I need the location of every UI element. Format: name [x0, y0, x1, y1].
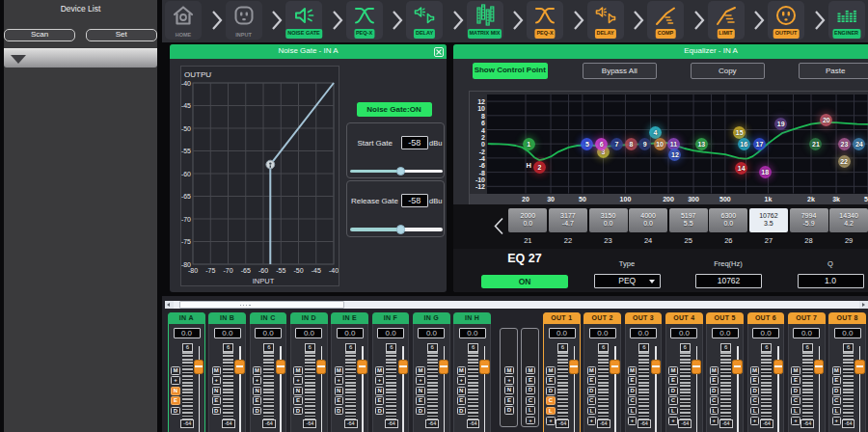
channel-button-m[interactable]: M	[668, 366, 677, 375]
channel-button-e[interactable]: E	[587, 376, 596, 385]
channel-button-e[interactable]: E	[710, 376, 719, 385]
fader-handle[interactable]	[610, 360, 620, 374]
toolbar-item-peq-x[interactable]: PEQ-X	[527, 1, 563, 40]
channel-button-plus[interactable]: +	[335, 376, 343, 385]
channel-button-m[interactable]: M	[293, 366, 302, 375]
channel-header[interactable]: OUT 7	[788, 312, 826, 324]
channel-button-d[interactable]: D	[750, 387, 759, 395]
eq-band-button-21[interactable]: 20000.0	[508, 208, 547, 232]
channel-button-e[interactable]: E	[668, 376, 677, 385]
band-scroll-left-button[interactable]	[493, 217, 504, 235]
channel-button-plus[interactable]: +	[832, 417, 841, 425]
channel-button-d[interactable]: D	[668, 387, 677, 395]
fader-handle[interactable]	[569, 360, 580, 374]
master-button-e[interactable]: E	[526, 376, 534, 385]
eq-band-button-23[interactable]: 31500.0	[589, 208, 628, 232]
channel-button-m[interactable]: M	[253, 366, 261, 375]
master-button-e[interactable]: E	[504, 396, 513, 405]
master-button-d[interactable]: D	[504, 406, 513, 415]
channel-button-plus[interactable]: +	[791, 417, 800, 425]
eq-control-point-7[interactable]: 7	[610, 138, 623, 150]
start-gate-value[interactable]: -58	[401, 136, 428, 149]
channel-button-m[interactable]: M	[628, 366, 637, 375]
channel-button-l[interactable]: L	[710, 407, 719, 416]
slider-thumb[interactable]	[396, 225, 406, 234]
slider-thumb[interactable]	[396, 167, 406, 176]
master-button-n[interactable]: N	[504, 386, 513, 394]
channel-button-d[interactable]: D	[546, 387, 555, 395]
channel-header[interactable]: IN D	[290, 312, 328, 324]
channel-button-n[interactable]: N	[457, 387, 466, 395]
channel-button-c[interactable]: C	[587, 396, 596, 405]
channel-button-d[interactable]: D	[710, 387, 719, 395]
mixer-horizontal-scrollbar[interactable]	[165, 301, 868, 309]
noise-gate-power-button[interactable]: Noise Gate:ON	[357, 102, 432, 117]
channel-button-d[interactable]: D	[457, 407, 466, 416]
channel-button-e[interactable]: E	[335, 396, 343, 405]
eq-control-point-4[interactable]: 4	[649, 126, 662, 139]
eq-band-button-24[interactable]: 40000.0	[629, 208, 667, 232]
channel-header[interactable]: OUT 6	[747, 312, 785, 324]
eq-control-point-8[interactable]: 8	[625, 138, 637, 150]
channel-button-n[interactable]: N	[212, 387, 221, 395]
channel-gain-value[interactable]: 0.0	[670, 328, 697, 338]
eq-control-point-5[interactable]: 5	[581, 138, 593, 150]
toolbar-item-delay[interactable]: DELAY	[587, 1, 624, 40]
channel-gain-value[interactable]: 0.0	[174, 328, 201, 338]
channel-button-n[interactable]: N	[171, 387, 179, 395]
eq-control-point-15[interactable]: 15	[733, 126, 746, 139]
channel-button-plus[interactable]: +	[253, 376, 261, 385]
channel-button-m[interactable]: M	[710, 366, 719, 375]
fader-handle[interactable]	[316, 360, 327, 374]
channel-button-d[interactable]: D	[375, 407, 384, 416]
channel-header[interactable]: IN C	[250, 312, 287, 324]
channel-button-m[interactable]: M	[212, 366, 221, 375]
fader-handle[interactable]	[439, 360, 449, 374]
channel-button-n[interactable]: N	[293, 387, 302, 395]
channel-button-d[interactable]: D	[587, 387, 596, 395]
channel-button-c[interactable]: C	[791, 396, 800, 405]
channel-button-c[interactable]: C	[710, 396, 719, 405]
channel-header[interactable]: OUT 1	[543, 312, 581, 324]
channel-gain-value[interactable]: 0.0	[295, 328, 322, 338]
channel-button-m[interactable]: M	[416, 366, 424, 375]
channel-header[interactable]: OUT 2	[583, 312, 621, 324]
channel-button-n[interactable]: N	[253, 387, 261, 395]
channel-button-l[interactable]: L	[791, 407, 800, 416]
channel-button-e[interactable]: E	[546, 376, 555, 385]
q-field[interactable]: 1.0	[798, 274, 864, 288]
channel-button-e[interactable]: E	[212, 396, 221, 405]
fader-handle[interactable]	[651, 360, 662, 374]
paste-button[interactable]: Paste	[799, 63, 868, 79]
channel-button-m[interactable]: M	[791, 366, 800, 375]
eq-band-button-27[interactable]: 107623.5	[749, 208, 788, 232]
channel-button-plus[interactable]: +	[293, 376, 302, 385]
channel-button-e[interactable]: E	[253, 396, 261, 405]
channel-button-e[interactable]: E	[628, 376, 637, 385]
channel-gain-value[interactable]: 0.0	[630, 328, 657, 338]
channel-button-plus[interactable]: +	[375, 376, 384, 385]
eq-control-point-19[interactable]: 19	[774, 118, 787, 130]
fader-handle[interactable]	[357, 360, 367, 374]
eq-control-point-1[interactable]: 1	[523, 138, 535, 150]
channel-gain-value[interactable]: 0.0	[255, 328, 282, 338]
channel-button-c[interactable]: C	[546, 396, 555, 405]
scan-button[interactable]: Scan	[4, 29, 75, 41]
master-button-m[interactable]: M	[526, 366, 534, 375]
eq-control-point-18[interactable]: 18	[759, 166, 772, 178]
toolbar-item-home[interactable]: HOME	[165, 1, 202, 40]
toolbar-item-output[interactable]: OUTPUT	[768, 1, 804, 40]
channel-button-m[interactable]: M	[171, 366, 179, 375]
fader-handle[interactable]	[854, 360, 865, 374]
channel-button-d[interactable]: D	[628, 387, 637, 395]
channel-gain-value[interactable]: 0.0	[214, 328, 241, 338]
channel-button-l[interactable]: L	[628, 407, 637, 416]
channel-button-n[interactable]: N	[416, 387, 424, 395]
channel-button-plus[interactable]: +	[546, 417, 555, 425]
eq-band-button-25[interactable]: 51975.5	[669, 208, 708, 232]
fader-handle[interactable]	[479, 360, 490, 374]
channel-button-plus[interactable]: +	[628, 417, 637, 425]
fader-handle[interactable]	[398, 360, 409, 374]
set-button[interactable]: Set	[86, 29, 158, 41]
toolbar-item-comp[interactable]: COMP	[647, 1, 684, 40]
